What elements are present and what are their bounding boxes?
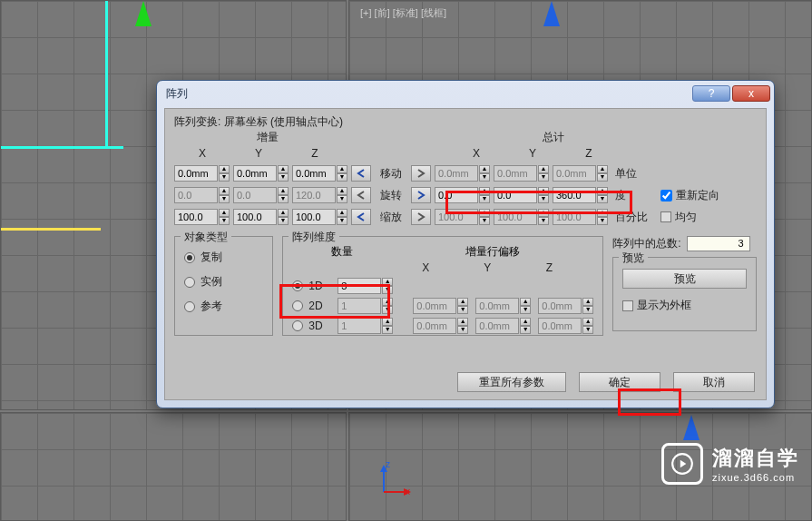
spin-up-icon[interactable]: ▲: [538, 187, 549, 195]
spin-up-icon: ▲: [457, 318, 468, 326]
spin-down-icon[interactable]: ▼: [538, 195, 549, 203]
rotate-tot-x[interactable]: ▲▼: [435, 187, 490, 203]
watermark: 溜溜自学 zixue.3d66.com: [661, 443, 799, 485]
spin-up-icon: ▲: [337, 187, 347, 195]
spin-down-icon[interactable]: ▼: [219, 173, 230, 182]
scale-tot-z: ▲▼: [553, 209, 608, 225]
close-button[interactable]: x: [732, 85, 770, 102]
spin-up-icon: ▲: [479, 165, 490, 173]
viewport-bottom-left[interactable]: [0, 412, 347, 521]
d3-count: ▲▼: [338, 318, 393, 334]
object-type-legend: 对象类型: [181, 230, 231, 245]
dim-row-d2: 2D ▲▼ ▲▼ ▲▼ ▲▼: [292, 298, 593, 314]
row-offset-label: 增量行偏移: [392, 244, 593, 260]
titlebar[interactable]: 阵列 ? x: [157, 81, 774, 106]
object-type-group: 对象类型 复制 实例 参考: [174, 236, 273, 336]
radio-instance[interactable]: 实例: [184, 274, 263, 290]
arrow-left-scale[interactable]: [351, 209, 371, 225]
arrow-left-move[interactable]: [351, 165, 371, 182]
spin-down-icon[interactable]: ▼: [382, 286, 393, 294]
reorient-checkbox[interactable]: 重新定向: [660, 188, 719, 203]
d3-x: ▲▼: [413, 318, 468, 334]
spin-up-icon: ▲: [382, 298, 393, 306]
array-dimensions-group: 阵列维度 数量 增量行偏移 X Y Z 1D ▲▼ 2D: [282, 236, 603, 336]
rotate-tot-y[interactable]: ▲▼: [494, 187, 549, 203]
spin-down-icon[interactable]: ▼: [278, 173, 289, 182]
spin-up-icon[interactable]: ▲: [337, 209, 347, 217]
move-tot-z: ▲▼: [553, 165, 608, 182]
arrow-right-scale[interactable]: [411, 209, 431, 225]
preview-group: 预览 预览 显示为外框: [612, 257, 757, 331]
total-in-array-value: 3: [687, 236, 750, 251]
spin-down-icon[interactable]: ▼: [597, 195, 608, 203]
spin-up-icon[interactable]: ▲: [278, 209, 289, 217]
spin-down-icon: ▼: [479, 217, 490, 225]
unit-scale: 百分比: [611, 210, 657, 225]
rotate-tot-z[interactable]: ▲▼: [553, 187, 608, 203]
reset-button[interactable]: 重置所有参数: [457, 372, 566, 392]
dim-row-d3: 3D ▲▼ ▲▼ ▲▼ ▲▼: [292, 318, 593, 334]
uniform-checkbox[interactable]: 均匀: [660, 210, 697, 225]
spin-down-icon: ▼: [582, 306, 593, 314]
spin-down-icon: ▼: [597, 217, 608, 225]
yellow-edge: [1, 228, 101, 231]
array-dialog: 阵列 ? x 阵列变换: 屏幕坐标 (使用轴点中心) 增量 总计 X Y Z X…: [156, 80, 775, 408]
d2-y: ▲▼: [475, 298, 531, 314]
spin-up-icon: ▲: [219, 187, 230, 195]
row-scale: ▲▼ ▲▼ ▲▼ 缩放 ▲▼ ▲▼ ▲▼ 百分比 均匀: [174, 209, 757, 225]
scale-inc-y[interactable]: ▲▼: [233, 209, 289, 225]
move-inc-x[interactable]: ▲▼: [174, 165, 230, 182]
radio-d1[interactable]: 1D: [292, 280, 330, 292]
radio-d2[interactable]: 2D: [292, 300, 330, 312]
preview-legend: 预览: [619, 251, 648, 266]
display-as-box-checkbox[interactable]: 显示为外框: [622, 298, 747, 313]
spin-down-icon[interactable]: ▼: [337, 217, 347, 225]
spin-down-icon[interactable]: ▼: [337, 173, 347, 182]
spin-down-icon[interactable]: ▼: [278, 217, 289, 225]
axis-x: X: [448, 147, 504, 160]
play-icon: [661, 443, 703, 485]
help-button[interactable]: ?: [692, 85, 730, 102]
row-label-move: 移动: [375, 166, 407, 182]
spin-up-icon[interactable]: ▲: [219, 209, 230, 217]
d2-count: ▲▼: [338, 298, 393, 314]
spin-up-icon[interactable]: ▲: [382, 278, 393, 286]
spin-down-icon: ▼: [538, 173, 549, 182]
spin-down-icon[interactable]: ▼: [219, 217, 230, 225]
spin-up-icon[interactable]: ▲: [597, 187, 608, 195]
spin-up-icon[interactable]: ▲: [219, 165, 230, 173]
scale-inc-z[interactable]: ▲▼: [292, 209, 347, 225]
spin-up-icon: ▲: [520, 298, 531, 306]
z-axis-arrow-icon: [683, 415, 699, 440]
radio-copy[interactable]: 复制: [184, 250, 263, 265]
spin-down-icon: ▼: [538, 217, 549, 225]
move-inc-y[interactable]: ▲▼: [233, 165, 289, 182]
preview-button[interactable]: 预览: [622, 269, 747, 289]
spin-down-icon[interactable]: ▼: [479, 195, 490, 203]
d1-count[interactable]: ▲▼: [338, 278, 393, 294]
radio-d3[interactable]: 3D: [292, 319, 330, 332]
spin-up-icon[interactable]: ▲: [337, 165, 347, 173]
scale-inc-x[interactable]: ▲▼: [174, 209, 230, 225]
ok-button[interactable]: 确定: [579, 372, 660, 392]
arrow-left-rotate[interactable]: [351, 187, 371, 203]
move-inc-z[interactable]: ▲▼: [292, 165, 347, 182]
axis-gizmo: x z: [377, 463, 413, 499]
spin-up-icon: ▲: [582, 298, 593, 306]
unit-rotate: 度: [611, 188, 657, 203]
spin-up-icon: ▲: [457, 298, 468, 306]
dialog-title: 阵列: [166, 86, 188, 102]
spin-down-icon: ▼: [457, 306, 468, 314]
radio-reference[interactable]: 参考: [184, 299, 263, 314]
arrow-right-move[interactable]: [411, 165, 431, 182]
cancel-button[interactable]: 取消: [673, 372, 755, 392]
watermark-title: 溜溜自学: [712, 445, 799, 472]
spin-down-icon: ▼: [582, 326, 593, 334]
move-tot-y: ▲▼: [494, 165, 549, 182]
row-label-rotate: 旋转: [375, 188, 407, 203]
spin-up-icon[interactable]: ▲: [278, 165, 289, 173]
unit-move: 单位: [611, 166, 657, 182]
arrow-right-rotate[interactable]: [411, 187, 431, 203]
axis-y: Y: [504, 147, 561, 160]
spin-up-icon[interactable]: ▲: [479, 187, 490, 195]
